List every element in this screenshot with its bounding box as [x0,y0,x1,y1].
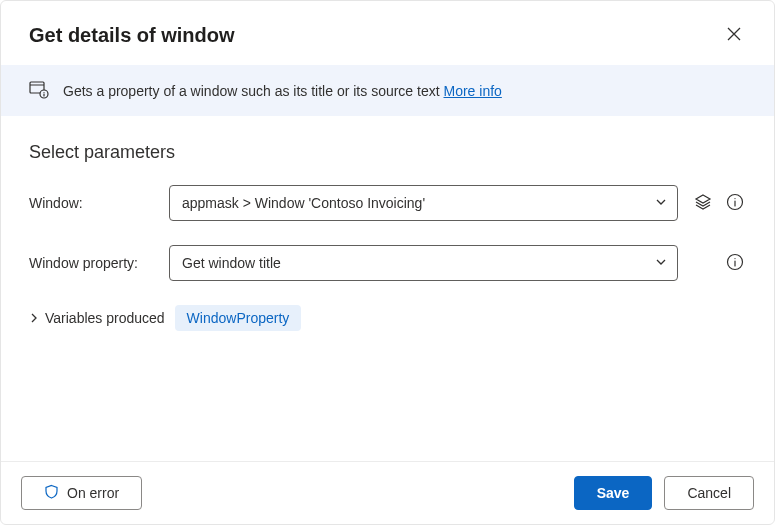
info-circle-icon [726,193,744,214]
save-button[interactable]: Save [574,476,653,510]
on-error-button[interactable]: On error [21,476,142,510]
layers-icon [694,193,712,214]
cancel-button[interactable]: Cancel [664,476,754,510]
window-property-value: Get window title [182,255,281,271]
dialog-body: Select parameters Window: appmask > Wind… [1,116,774,461]
window-row-icons [690,191,746,216]
more-info-link[interactable]: More info [444,83,502,99]
window-select-value: appmask > Window 'Contoso Invoicing' [182,195,425,211]
chevron-right-icon [29,310,39,326]
section-title: Select parameters [29,142,746,163]
info-strip: Gets a property of a window such as its … [1,65,774,116]
window-property-row: Window property: Get window title [29,245,746,281]
info-circle-icon [726,253,744,274]
property-row-icons [690,251,746,276]
variables-toggle[interactable]: Variables produced [29,310,165,326]
variables-row: Variables produced WindowProperty [29,305,746,331]
footer-right: Save Cancel [574,476,754,510]
shield-icon [44,484,59,502]
window-label: Window: [29,195,157,211]
variable-chip[interactable]: WindowProperty [175,305,302,331]
dialog-footer: On error Save Cancel [1,461,774,524]
window-row: Window: appmask > Window 'Contoso Invoic… [29,185,746,221]
close-icon [727,27,741,44]
variables-label: Variables produced [45,310,165,326]
dialog-title: Get details of window [29,24,235,47]
chevron-down-icon [655,195,667,211]
window-property-label: Window property: [29,255,157,271]
chevron-down-icon [655,255,667,271]
window-help-button[interactable] [724,191,746,216]
ui-element-picker-button[interactable] [692,191,714,216]
on-error-label: On error [67,485,119,501]
get-details-of-window-dialog: Get details of window Gets a property of… [0,0,775,525]
window-select[interactable]: appmask > Window 'Contoso Invoicing' [169,185,678,221]
info-text: Gets a property of a window such as its … [63,83,502,99]
window-property-select[interactable]: Get window title [169,245,678,281]
close-button[interactable] [718,19,750,51]
window-info-icon [29,79,49,102]
property-help-button[interactable] [724,251,746,276]
dialog-header: Get details of window [1,1,774,65]
